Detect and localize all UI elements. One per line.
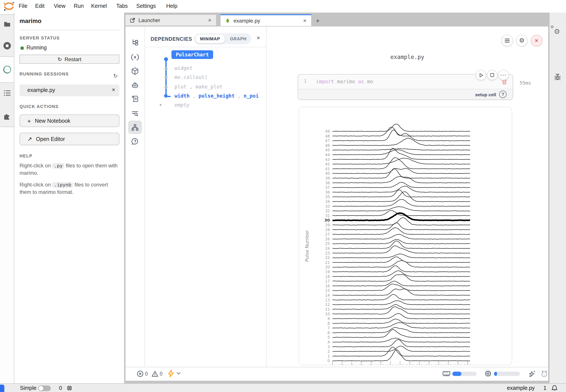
marimo-ring-icon[interactable]	[3, 65, 12, 74]
svg-text:15: 15	[325, 288, 330, 293]
menu-file[interactable]: File	[19, 0, 27, 13]
warnings-icon[interactable]	[151, 370, 158, 377]
svg-text:23: 23	[325, 251, 330, 255]
cell-more-button[interactable]: ···	[498, 70, 509, 80]
svg-text:48: 48	[325, 134, 330, 138]
close-session-icon[interactable]: ×	[112, 87, 115, 93]
dependency-node[interactable]: widget	[175, 65, 193, 71]
svg-text:41: 41	[325, 167, 330, 171]
files-icon[interactable]	[3, 20, 11, 27]
svg-text:46: 46	[325, 143, 330, 148]
status-taskbar: Simple 0 example.py 1	[0, 383, 566, 392]
stop-cell-button[interactable]	[487, 70, 497, 80]
svg-text:39: 39	[325, 176, 330, 180]
external-arrow-icon: ↗	[27, 136, 32, 142]
pulsar-ridgeline-chart: 020406080100120140160180200220240260280P…	[299, 107, 512, 365]
dependency-node[interactable]: mo.callout(	[175, 74, 208, 80]
dependency-node-label: ,	[186, 84, 195, 90]
close-tab-icon[interactable]: ×	[208, 17, 211, 23]
svg-text:260: 260	[454, 364, 462, 365]
cell-footer: setup cell ?	[298, 89, 513, 100]
new-notebook-button[interactable]: + New Notebook	[19, 114, 119, 127]
svg-text:30: 30	[324, 218, 330, 223]
notebook-settings-button[interactable]: ⚙	[516, 34, 528, 46]
code-line[interactable]: import marimo as mo	[316, 79, 373, 84]
toggle-knob	[39, 386, 44, 391]
menu-run[interactable]: Run	[74, 0, 84, 13]
debugger-bug-icon[interactable]	[553, 73, 562, 81]
bell-icon[interactable]	[551, 385, 558, 392]
open-editor-label: Open Editor	[36, 136, 65, 142]
open-editor-button[interactable]: ↗ Open Editor	[19, 133, 119, 145]
svg-text:9: 9	[328, 317, 330, 321]
divider	[19, 30, 119, 30]
svg-text:280: 280	[464, 364, 471, 365]
setup-help-icon[interactable]: ?	[499, 91, 506, 98]
notebook-menu-button[interactable]	[501, 34, 513, 46]
kernel-chip-icon[interactable]	[66, 385, 73, 391]
svg-text:40: 40	[349, 364, 354, 365]
table-of-contents-icon[interactable]	[3, 89, 11, 97]
simple-mode-toggle[interactable]	[38, 386, 51, 391]
quick-actions-heading: QUICK ACTIONS	[19, 104, 59, 109]
svg-text:42: 42	[325, 162, 330, 166]
dependency-node-label: n_poi	[244, 93, 259, 99]
dependency-node-label: mo.callout(	[175, 74, 208, 80]
dependency-node-label: pulse_height	[199, 93, 235, 99]
tab-label: Launcher	[138, 17, 160, 23]
help-heading: HELP	[19, 154, 32, 158]
ai-sparkle-icon[interactable]	[528, 370, 536, 378]
menu-kernel[interactable]: Kernel	[91, 0, 107, 13]
session-item[interactable]: example.py ×	[19, 84, 119, 96]
refresh-sessions-icon[interactable]: ↻	[113, 73, 118, 79]
marimo-assistant-icon[interactable]	[540, 370, 548, 378]
svg-text:27: 27	[325, 232, 330, 237]
svg-text:19: 19	[325, 270, 330, 274]
code-token: as	[358, 79, 364, 84]
run-mode-lightning-icon[interactable]	[167, 369, 175, 378]
activity-group-bottom	[0, 82, 14, 127]
running-kernels-icon[interactable]	[3, 42, 11, 50]
svg-text:44: 44	[325, 153, 330, 157]
svg-text:2: 2	[328, 349, 330, 354]
tab-example-py[interactable]: example.py ×	[220, 14, 312, 26]
restart-button[interactable]: ↻ Restart	[19, 55, 119, 64]
shutdown-button[interactable]: ×	[531, 34, 542, 46]
tab-launcher[interactable]: Launcher ×	[125, 14, 217, 26]
svg-text:31: 31	[325, 214, 330, 218]
errors-icon[interactable]	[137, 370, 144, 377]
extensions-icon[interactable]	[3, 112, 11, 120]
svg-text:33: 33	[325, 204, 330, 209]
menu-tabs[interactable]: Tabs	[116, 0, 128, 13]
chevron-down-icon[interactable]	[176, 372, 181, 375]
menu-help[interactable]: Help	[166, 0, 177, 13]
svg-text:80: 80	[369, 364, 374, 365]
terminal-count: 0	[59, 385, 62, 391]
code-token: mo	[364, 79, 373, 84]
menu-settings[interactable]: Settings	[136, 0, 156, 13]
plus-icon: +	[27, 117, 31, 124]
svg-text:160: 160	[406, 364, 413, 365]
new-tab-button[interactable]: +	[313, 16, 322, 25]
close-tab-icon[interactable]: ×	[303, 17, 306, 24]
svg-text:36: 36	[325, 190, 330, 195]
run-cell-button[interactable]	[476, 70, 486, 80]
menu-edit[interactable]: Edit	[35, 0, 45, 13]
memory-meter	[452, 372, 477, 376]
svg-text:4: 4	[328, 340, 330, 344]
dependency-node[interactable]: empty	[175, 102, 190, 108]
active-file-label: example.py	[507, 385, 535, 391]
menu-view[interactable]: View	[54, 0, 66, 13]
notification-corner	[0, 385, 4, 392]
notebook-title: example.py	[266, 54, 549, 60]
dependency-node[interactable]: PulsarChart	[171, 50, 213, 59]
error-count: 0	[145, 371, 148, 376]
dependency-node[interactable]: width , pulse_height , n_poi	[175, 93, 259, 99]
svg-text:21: 21	[325, 260, 330, 265]
warning-count: 0	[160, 371, 163, 376]
notebook-document: ⚙ × example.py ··· 1 import marimo as mo	[266, 27, 549, 367]
property-inspector-gears-icon[interactable]: ⚙	[554, 27, 560, 36]
simple-mode-label: Simple	[20, 385, 36, 391]
svg-text:24: 24	[325, 246, 330, 251]
dependency-node[interactable]: plot , make_plot	[175, 84, 223, 90]
